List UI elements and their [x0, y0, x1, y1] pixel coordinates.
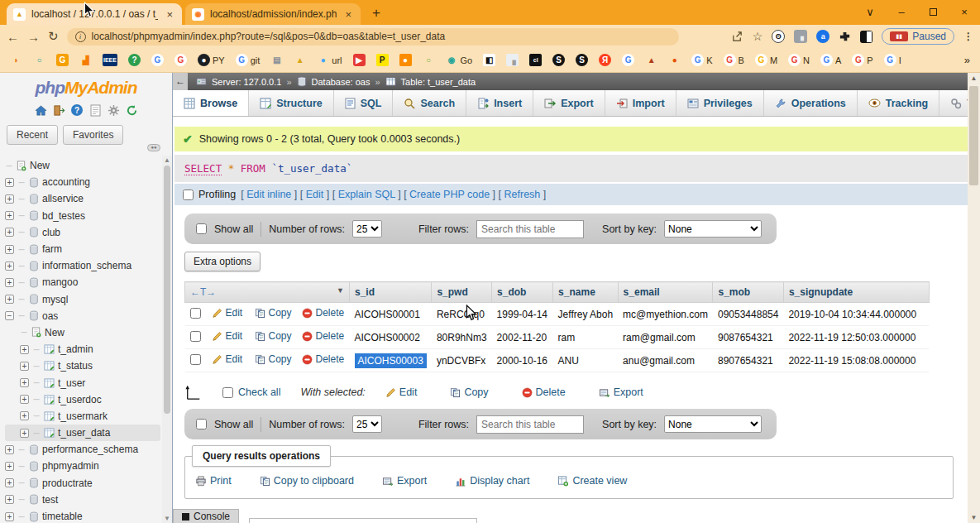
bookmark-item[interactable]: GK: [691, 54, 712, 66]
bookmark-item[interactable]: ○: [33, 54, 45, 66]
bookmark-item[interactable]: S: [552, 54, 565, 66]
pma-tab-tracking[interactable]: Tracking: [858, 90, 939, 116]
bookmarks-overflow-icon[interactable]: »: [964, 54, 970, 66]
scroll-down-icon[interactable]: ▼: [162, 515, 172, 522]
tree-item-accounting[interactable]: +─accounting: [5, 174, 160, 190]
row-checkbox[interactable]: [190, 354, 201, 365]
row-copy-link[interactable]: Copy: [255, 307, 292, 319]
tab-close-icon[interactable]: ×: [342, 8, 354, 21]
breadcrumb-table[interactable]: Table: t_user_data: [401, 77, 476, 87]
pma-tab-structure[interactable]: Structure: [249, 90, 334, 116]
check-all-checkbox[interactable]: [222, 387, 233, 398]
expand-icon[interactable]: +: [5, 211, 14, 220]
extension-panda-icon[interactable]: ʘ: [772, 30, 785, 43]
expand-icon[interactable]: +: [20, 362, 29, 371]
extensions-puzzle-icon[interactable]: [839, 31, 851, 43]
profiling-link[interactable]: Refresh: [504, 189, 541, 200]
query-op-create-view[interactable]: Create view: [557, 475, 627, 487]
column-header-s_id[interactable]: s_id: [350, 282, 432, 303]
share-icon[interactable]: [731, 31, 743, 43]
tree-item-t_user_data[interactable]: +─t_user_data: [5, 425, 160, 441]
expand-icon[interactable]: +: [5, 512, 14, 521]
expand-icon[interactable]: +: [5, 445, 14, 454]
bookmark-item[interactable]: ●url: [317, 54, 342, 66]
back-icon[interactable]: ←: [7, 30, 19, 44]
bookmark-item[interactable]: ▤: [270, 54, 283, 66]
expand-icon[interactable]: +: [5, 495, 14, 504]
console-tab[interactable]: Console: [173, 509, 239, 523]
row-edit-link[interactable]: Edit: [212, 307, 243, 319]
expand-icon[interactable]: +: [20, 345, 29, 354]
profiling-link[interactable]: Explain SQL: [338, 189, 395, 200]
reload-icon[interactable]: ↻: [48, 29, 59, 44]
bookmark-item[interactable]: P: [376, 54, 389, 66]
logout-icon[interactable]: [52, 103, 65, 117]
sidebar-collapse-handle[interactable]: ●●: [147, 144, 160, 151]
expand-icon[interactable]: +: [5, 295, 14, 304]
pma-logo[interactable]: phpMyAdmin: [0, 73, 172, 98]
scroll-down-icon[interactable]: ▼: [968, 514, 980, 521]
column-header-s_dob[interactable]: s_dob: [492, 282, 553, 303]
with-selected-copy[interactable]: Copy: [450, 386, 488, 398]
row-copy-link[interactable]: Copy: [255, 330, 292, 342]
expand-icon[interactable]: +: [5, 245, 14, 254]
scroll-up-icon[interactable]: ▲: [968, 74, 980, 82]
bookmark-item[interactable]: ◉Go: [446, 54, 473, 66]
tab-search-icon[interactable]: ∨: [854, 0, 886, 25]
page-scrollbar[interactable]: ▲ ▼: [968, 73, 980, 523]
row-checkbox[interactable]: [190, 331, 201, 342]
pma-tab-operations[interactable]: Operations: [764, 90, 858, 116]
bookmark-item[interactable]: IEEE: [103, 54, 117, 66]
expand-icon[interactable]: +: [20, 378, 29, 387]
extra-options-button[interactable]: Extra options: [184, 252, 261, 271]
row-delete-link[interactable]: Delete: [302, 330, 345, 342]
profile-icon[interactable]: [860, 31, 872, 43]
tree-item-allservice[interactable]: +─allservice: [5, 190, 160, 207]
expand-icon[interactable]: +: [5, 262, 14, 271]
query-op-export[interactable]: Export: [382, 475, 427, 487]
bookmark-item[interactable]: ◗: [10, 54, 22, 66]
expand-icon[interactable]: +: [5, 194, 14, 204]
breadcrumb-database[interactable]: Database: oas: [312, 77, 370, 87]
bookmark-item[interactable]: ●: [668, 54, 681, 66]
with-selected-export[interactable]: Export: [599, 386, 643, 398]
bookmark-item[interactable]: cl: [529, 54, 542, 66]
pma-tab-sql[interactable]: SQL: [334, 90, 394, 116]
bookmark-item[interactable]: GN: [788, 54, 810, 66]
tree-item-t_user[interactable]: +─t_user: [5, 374, 160, 391]
scroll-up-icon[interactable]: ▲: [162, 156, 172, 164]
query-op-display-chart[interactable]: Display chart: [455, 475, 529, 487]
query-op-copy-to-clipboard[interactable]: Copy to clipboard: [260, 475, 354, 487]
row-edit-link[interactable]: Edit: [212, 353, 243, 365]
pma-tab-export[interactable]: Export: [533, 90, 605, 116]
bookmark-item[interactable]: ▲: [645, 54, 657, 66]
num-rows-select[interactable]: 25: [352, 220, 382, 238]
tree-item-t_usermark[interactable]: +─t_usermark: [5, 408, 160, 425]
bookmark-item[interactable]: Я: [599, 54, 611, 66]
column-header-s_email[interactable]: s_email: [618, 282, 713, 303]
tree-item-farm[interactable]: +─farm: [5, 241, 160, 257]
bookmark-item[interactable]: GI: [884, 54, 901, 66]
bookmark-item[interactable]: GP: [852, 54, 872, 66]
page-scroll-thumb[interactable]: [969, 86, 978, 185]
row-edit-link[interactable]: Edit: [212, 330, 243, 342]
column-header-s_mob[interactable]: s_mob: [713, 282, 783, 303]
tree-item-mysql[interactable]: +─mysql: [5, 291, 160, 308]
tree-item-mangoo[interactable]: +─mangoo: [5, 274, 160, 290]
profiling-link[interactable]: Edit: [306, 189, 324, 200]
profiling-link[interactable]: Create PHP code: [409, 189, 490, 200]
pma-tab-import[interactable]: Import: [605, 90, 676, 116]
bookmark-star-icon[interactable]: ☆: [753, 30, 763, 43]
refresh-icon[interactable]: [125, 103, 138, 117]
home-icon[interactable]: [34, 103, 47, 117]
tree-item-bd_testes[interactable]: +─bd_testes: [5, 208, 160, 224]
show-all-checkbox[interactable]: [196, 419, 207, 429]
bookmark-item[interactable]: S: [576, 54, 588, 66]
bookmark-item[interactable]: ▗: [506, 54, 519, 66]
expand-icon[interactable]: +: [20, 429, 29, 438]
favorites-button[interactable]: Favorites: [63, 125, 123, 145]
browser-menu-icon[interactable]: ⋮: [963, 31, 973, 42]
bookmark-item[interactable]: ●: [399, 54, 412, 66]
grid-actions-header[interactable]: ←T→▼: [185, 282, 350, 303]
sort-key-select[interactable]: None: [664, 220, 762, 238]
